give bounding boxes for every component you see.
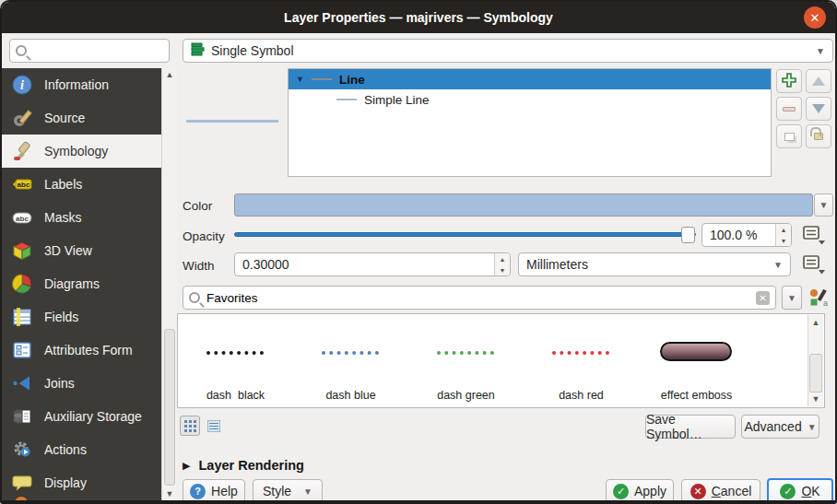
chevron-down-icon: ▼ <box>808 422 817 432</box>
symbol-layer-tree: ▼ Line Simple Line <box>288 68 772 177</box>
sidebar-item-actions[interactable]: Actions <box>2 433 177 466</box>
width-unit-value: Millimeters <box>526 257 588 272</box>
sidebar-item-labels[interactable]: abc Labels <box>2 168 177 201</box>
symbol-list-panel: dash black dash blue dash green dash red… <box>177 313 825 408</box>
spin-down-icon[interactable]: ▼ <box>495 264 510 275</box>
sidebar-item-attributes-form[interactable]: Attributes Form <box>2 334 177 367</box>
lock-color-button[interactable] <box>806 124 831 148</box>
layer-rendering-section-header[interactable]: ▶ Layer Rendering <box>183 458 304 473</box>
spin-arrows[interactable]: ▲▼ <box>775 224 791 246</box>
opacity-data-defined-override-button[interactable] <box>800 224 828 246</box>
form-icon <box>11 339 33 361</box>
symbol-item-dash-green[interactable]: dash green <box>408 314 524 407</box>
move-down-button[interactable] <box>806 97 831 121</box>
symbol-item-effect-emboss[interactable]: effect emboss <box>639 314 754 407</box>
renderer-combobox[interactable]: Single Symbol ▼ <box>183 39 833 63</box>
spin-arrows[interactable]: ▲▼ <box>494 253 510 275</box>
spin-down-icon[interactable]: ▼ <box>776 235 791 246</box>
width-unit-combobox[interactable]: Millimeters ▼ <box>518 252 791 276</box>
sidebar-scrollbar-thumb[interactable] <box>164 329 175 486</box>
sidebar-item-display[interactable]: Display <box>2 466 177 499</box>
advanced-button[interactable]: Advanced ▼ <box>741 415 819 439</box>
scroll-down-icon[interactable]: ▼ <box>808 393 823 405</box>
svg-text:a: a <box>823 299 828 308</box>
icon-view-toggle-button[interactable] <box>180 416 200 436</box>
sidebar-item-3d-view[interactable]: 3D View <box>2 234 177 267</box>
sidebar-item-information[interactable]: i Information <box>2 68 177 101</box>
title-bar[interactable]: Layer Properties — majrivers — Symbology… <box>2 2 835 33</box>
help-button[interactable]: ? Help <box>183 479 245 503</box>
sidebar-scrollbar[interactable]: ▲ ▼ <box>161 68 177 500</box>
database-icon <box>11 405 33 428</box>
symbol-list-scrollbar[interactable]: ▲ ▼ <box>808 315 823 406</box>
gear-play-icon <box>11 439 33 461</box>
symbol-filter-box[interactable]: ✕ <box>183 286 776 310</box>
list-view-icon <box>207 420 220 432</box>
style-button[interactable]: Style ▼ <box>253 479 323 503</box>
move-up-button[interactable] <box>806 69 831 93</box>
color-label: Color <box>183 199 212 213</box>
symbol-item-dash-red[interactable]: dash red <box>524 314 639 407</box>
expand-arrow-icon[interactable]: ▼ <box>296 75 304 84</box>
sidebar-item-masks[interactable]: abc Masks <box>2 201 177 234</box>
tree-row-simple-line[interactable]: Simple Line <box>289 89 771 110</box>
dash-blue-preview <box>322 351 379 355</box>
ok-button[interactable]: ✓ OK <box>767 478 833 504</box>
plus-icon <box>782 73 796 90</box>
dash-green-preview <box>437 351 494 355</box>
tree-row-line[interactable]: ▼ Line <box>289 69 771 89</box>
symbol-filter-input[interactable] <box>206 291 749 305</box>
sidebar-search[interactable] <box>9 39 170 63</box>
clear-filter-icon[interactable]: ✕ <box>756 291 770 305</box>
sidebar-search-input[interactable] <box>32 44 163 58</box>
duplicate-symbol-layer-button[interactable] <box>776 124 802 148</box>
paintbrush-icon <box>11 140 33 162</box>
remove-symbol-layer-button[interactable] <box>776 97 802 121</box>
sidebar-item-fields[interactable]: Fields <box>2 300 177 334</box>
sidebar-item-auxiliary-storage[interactable]: Auxiliary Storage <box>2 400 177 433</box>
scroll-up-icon[interactable]: ▲ <box>162 68 177 81</box>
list-view-toggle-button[interactable] <box>204 416 224 436</box>
opacity-slider-track[interactable] <box>234 232 696 237</box>
triangle-up-icon <box>812 76 825 86</box>
svg-text:abc: abc <box>18 181 30 189</box>
add-symbol-layer-button[interactable] <box>776 69 802 93</box>
scroll-down-icon[interactable]: ▼ <box>162 487 177 500</box>
style-manager-icon[interactable]: a <box>808 287 829 311</box>
color-dropdown-button[interactable]: ▼ <box>814 193 833 217</box>
chevron-down-icon: ▼ <box>816 46 825 56</box>
renderer-value: Single Symbol <box>211 43 294 58</box>
close-icon[interactable]: ✕ <box>804 6 826 29</box>
abc-mask-icon: abc <box>11 206 33 229</box>
symbol-list-scrollbar-thumb[interactable] <box>809 354 822 393</box>
svg-text:abc: abc <box>16 215 29 223</box>
spin-up-icon[interactable]: ▲ <box>495 253 510 264</box>
sidebar-item-source[interactable]: Source <box>2 101 177 135</box>
expand-right-icon: ▶ <box>183 460 190 472</box>
symbol-item-dash-blue[interactable]: dash blue <box>293 314 408 407</box>
table-icon <box>11 306 33 328</box>
tools-icon <box>11 107 33 129</box>
sidebar-item-diagrams[interactable]: Diagrams <box>2 267 177 300</box>
pie-chart-icon <box>11 273 33 295</box>
cube-icon <box>11 240 33 262</box>
width-label: Width <box>183 259 215 273</box>
opacity-spinbox[interactable]: 100.0 % ▲▼ <box>701 223 792 247</box>
symbol-preview-line <box>186 120 278 123</box>
color-button[interactable] <box>234 193 813 217</box>
spin-up-icon[interactable]: ▲ <box>776 224 791 235</box>
apply-button[interactable]: ✓ Apply <box>606 479 674 503</box>
width-value: 0.30000 <box>235 257 494 272</box>
cancel-button[interactable]: ✕ Cancel <box>681 479 760 503</box>
filter-dropdown-button[interactable]: ▼ <box>782 286 802 310</box>
width-spinbox[interactable]: 0.30000 ▲▼ <box>234 252 511 276</box>
layer-properties-dialog: Layer Properties — majrivers — Symbology… <box>0 0 837 504</box>
save-symbol-button[interactable]: Save Symbol… <box>645 415 736 439</box>
sidebar-item-joins[interactable]: Joins <box>2 367 177 400</box>
chevron-down-icon: ▼ <box>773 260 783 270</box>
opacity-slider-handle[interactable] <box>681 227 695 243</box>
sidebar-item-symbology[interactable]: Symbology <box>2 135 177 168</box>
width-data-defined-override-button[interactable] <box>800 253 828 275</box>
symbol-item-dash-black[interactable]: dash black <box>178 314 293 407</box>
scroll-up-icon[interactable]: ▲ <box>808 316 823 329</box>
